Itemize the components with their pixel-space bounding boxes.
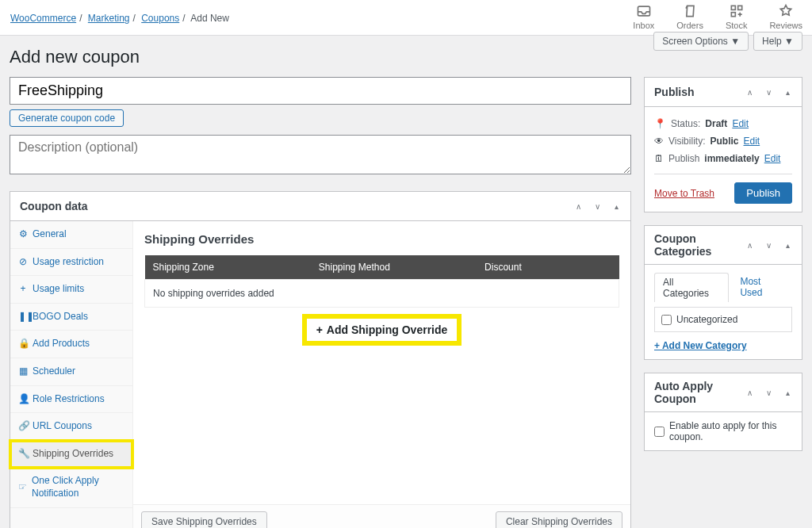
auto-apply-label[interactable]: Enable auto apply for this coupon. [654, 420, 792, 442]
panel-up-icon[interactable]: ∧ [741, 84, 757, 100]
edit-status-link[interactable]: Edit [732, 118, 749, 129]
coupon-title-input[interactable] [10, 77, 631, 105]
panel-up-icon[interactable]: ∧ [741, 385, 757, 400]
publish-button[interactable]: Publish [734, 182, 792, 204]
table-row: No shipping overrides added [145, 280, 619, 308]
eye-icon: 👁 [654, 136, 664, 147]
coupon-categories-title: Coupon Categories [654, 232, 741, 258]
publish-title: Publish [654, 86, 695, 98]
auto-apply-title: Auto Apply Coupon [654, 380, 741, 405]
user-icon: 👤 [18, 393, 28, 406]
calendar-icon: ▦ [18, 365, 28, 378]
breadcrumb: WooCommerce/ Marketing/ Coupons/ Add New [10, 0, 229, 24]
move-to-trash-link[interactable]: Move to Trash [654, 188, 714, 199]
coupon-description-textarea[interactable] [10, 135, 631, 174]
tab-one-click-apply[interactable]: ☞One Click Apply Notification [10, 468, 132, 507]
panel-down-icon[interactable]: ∨ [760, 84, 776, 100]
breadcrumb-link[interactable]: Marketing [88, 13, 130, 24]
panel-down-icon[interactable]: ∨ [760, 237, 776, 253]
th-discount: Discount [477, 255, 619, 280]
pin-icon: 📍 [654, 118, 666, 129]
ban-icon: ⊘ [18, 256, 28, 269]
add-new-category-link[interactable]: + Add New Category [654, 340, 747, 351]
orders-icon[interactable]: Orders [676, 3, 703, 30]
tab-general[interactable]: ⚙General [10, 221, 132, 249]
svg-rect-1 [731, 6, 735, 10]
tab-all-categories[interactable]: All Categories [654, 273, 729, 302]
clear-shipping-overrides-button[interactable]: Clear Shipping Overrides [496, 511, 622, 528]
tab-usage-limits[interactable]: +Usage limits [10, 276, 132, 304]
svg-rect-2 [737, 6, 741, 10]
generate-coupon-code-button[interactable]: Generate coupon code [10, 109, 124, 127]
panel-toggle-icon[interactable]: ▴ [779, 84, 795, 100]
lock-icon: 🔒 [18, 338, 28, 350]
add-shipping-override-button[interactable]: + Add Shipping Override [307, 319, 458, 341]
panel-up-icon[interactable]: ∧ [741, 237, 757, 253]
plus-icon: + [316, 323, 323, 336]
tab-most-used[interactable]: Most Used [732, 273, 792, 302]
inbox-icon[interactable]: Inbox [633, 3, 654, 30]
panel-down-icon[interactable]: ∨ [589, 198, 605, 214]
panel-toggle-icon[interactable]: ▴ [779, 237, 795, 253]
panel-toggle-icon[interactable]: ▴ [779, 385, 795, 400]
coupon-data-title: Coupon data [20, 200, 88, 212]
hand-icon: ☞ [18, 481, 27, 494]
shipping-overrides-table: Shipping Zone Shipping Method Discount N… [144, 255, 619, 308]
plus-icon: + [18, 283, 28, 296]
gift-icon: ❚❚ [18, 311, 28, 323]
save-shipping-overrides-button[interactable]: Save Shipping Overrides [141, 511, 267, 528]
screen-options-button[interactable]: Screen Options ▼ [653, 32, 749, 51]
wrench-icon: ⚙ [18, 228, 28, 241]
edit-publish-date-link[interactable]: Edit [764, 153, 781, 164]
auto-apply-checkbox[interactable] [654, 427, 665, 437]
wrench-icon: 🔧 [18, 448, 28, 461]
breadcrumb-link[interactable]: Coupons [141, 13, 179, 24]
link-icon: 🔗 [18, 420, 28, 433]
tab-shipping-overrides[interactable]: 🔧Shipping Overrides [10, 441, 132, 469]
category-uncategorized[interactable]: Uncategorized [661, 314, 785, 325]
panel-down-icon[interactable]: ∨ [760, 385, 776, 400]
breadcrumb-current: Add New [190, 13, 229, 24]
panel-title: Shipping Overrides [144, 232, 619, 246]
reviews-icon[interactable]: Reviews [769, 3, 802, 30]
edit-visibility-link[interactable]: Edit [743, 136, 760, 147]
th-zone: Shipping Zone [145, 255, 311, 280]
tab-add-products[interactable]: 🔒Add Products [10, 331, 132, 358]
svg-rect-3 [731, 13, 735, 17]
tab-bogo-deals[interactable]: ❚❚BOGO Deals [10, 304, 132, 331]
th-method: Shipping Method [311, 255, 477, 280]
tab-url-coupons[interactable]: 🔗URL Coupons [10, 413, 132, 441]
help-button[interactable]: Help ▼ [753, 32, 802, 51]
stock-icon[interactable]: Stock [726, 3, 748, 30]
tab-role-restrictions[interactable]: 👤Role Restrictions [10, 386, 132, 414]
panel-toggle-icon[interactable]: ▴ [608, 198, 624, 214]
breadcrumb-link[interactable]: WooCommerce [10, 13, 76, 24]
category-checkbox[interactable] [661, 315, 672, 325]
panel-up-icon[interactable]: ∧ [570, 198, 586, 214]
tab-usage-restriction[interactable]: ⊘Usage restriction [10, 249, 132, 277]
calendar-icon: 🗓 [654, 153, 664, 164]
tab-scheduler[interactable]: ▦Scheduler [10, 358, 132, 386]
